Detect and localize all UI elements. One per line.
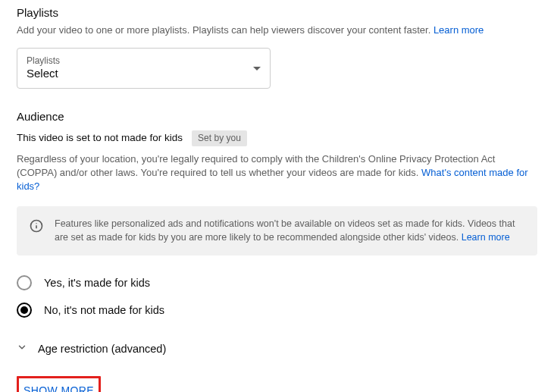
playlists-select-inner: Playlists Select bbox=[27, 55, 60, 81]
radio-label-no: No, it's not made for kids bbox=[44, 303, 164, 318]
info-icon bbox=[29, 218, 44, 238]
show-more-section: SHOW MORE Paid promotion, tags, subtitle… bbox=[17, 376, 537, 392]
playlists-learn-more-link[interactable]: Learn more bbox=[433, 24, 484, 36]
audience-section: Audience This video is set to not made f… bbox=[17, 108, 537, 356]
audience-radio-group: Yes, it's made for kids No, it's not mad… bbox=[17, 269, 537, 325]
audience-set-by-badge: Set by you bbox=[192, 130, 247, 146]
radio-option-yes[interactable]: Yes, it's made for kids bbox=[17, 269, 537, 296]
playlists-description: Add your video to one or more playlists.… bbox=[17, 24, 433, 36]
caret-down-icon bbox=[253, 67, 261, 71]
radio-label-yes: Yes, it's made for kids bbox=[44, 275, 150, 290]
audience-status-row: This video is set to not made for kids S… bbox=[17, 130, 537, 146]
audience-status-text: This video is set to not made for kids bbox=[17, 131, 183, 146]
chevron-down-icon bbox=[17, 341, 27, 356]
audience-info-text: Features like personalized ads and notif… bbox=[55, 218, 515, 243]
radio-icon-selected bbox=[17, 303, 32, 318]
audience-info-text-row: Features like personalized ads and notif… bbox=[55, 217, 525, 246]
audience-legal-row: Regardless of your location, you're lega… bbox=[17, 152, 537, 194]
age-restriction-expander[interactable]: Age restriction (advanced) bbox=[17, 341, 537, 356]
audience-info-box: Features like personalized ads and notif… bbox=[17, 206, 537, 256]
playlists-title: Playlists bbox=[17, 5, 537, 20]
playlists-description-row: Add your video to one or more playlists.… bbox=[17, 24, 537, 37]
audience-info-link[interactable]: Learn more bbox=[462, 232, 510, 243]
svg-point-2 bbox=[36, 223, 36, 224]
playlists-section: Playlists Add your video to one or more … bbox=[17, 5, 537, 89]
playlists-select-label: Playlists bbox=[27, 55, 60, 67]
age-restriction-label: Age restriction (advanced) bbox=[38, 341, 166, 356]
playlists-select[interactable]: Playlists Select bbox=[17, 48, 271, 89]
audience-title: Audience bbox=[17, 108, 537, 124]
radio-option-no[interactable]: No, it's not made for kids bbox=[17, 296, 537, 324]
radio-icon bbox=[17, 275, 32, 290]
playlists-select-value: Select bbox=[27, 67, 60, 81]
show-more-button[interactable]: SHOW MORE bbox=[17, 376, 101, 392]
